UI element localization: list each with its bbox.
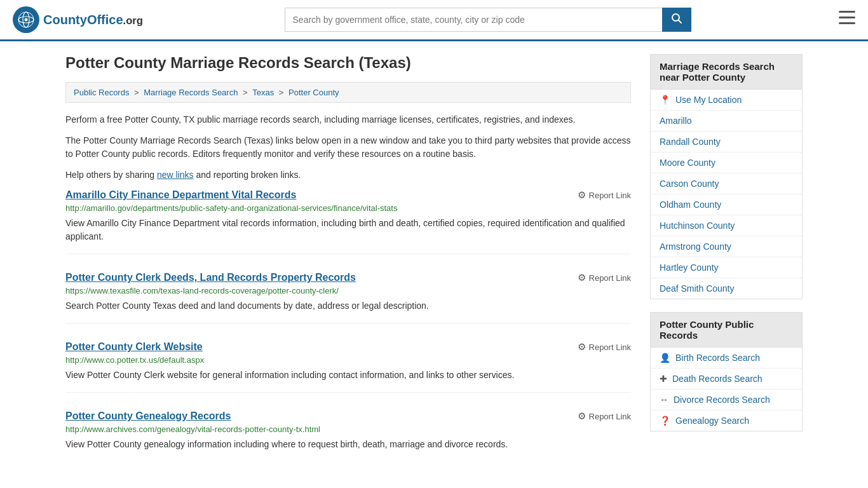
use-location-item[interactable]: 📍 Use My Location [651, 90, 802, 111]
description-3: Help others by sharing new links and rep… [65, 168, 631, 182]
nearby-header: Marriage Records Search near Potter Coun… [650, 54, 803, 90]
result-description: View Potter County genealogy information… [65, 438, 631, 451]
main-container: Potter County Marriage Records Search (T… [53, 41, 815, 488]
result-header: Potter County Clerk Deeds, Land Records … [65, 272, 631, 283]
genealogy-icon: ❓ [660, 416, 670, 426]
logo-text: CountyOffice.org [43, 13, 143, 27]
breadcrumb-potter-county[interactable]: Potter County [288, 88, 339, 97]
public-records-header: Potter County Public Records [650, 312, 803, 348]
result-description: Search Potter County Texas deed and land… [65, 299, 631, 313]
use-location-link[interactable]: Use My Location [675, 95, 742, 105]
oldham-county-link[interactable]: Oldham County [660, 200, 721, 210]
genealogy-search-item[interactable]: ❓ Genealogy Search [651, 410, 802, 431]
nearby-item-carson[interactable]: Carson County [651, 173, 802, 194]
public-records-section: Potter County Public Records 👤 Birth Rec… [650, 312, 803, 431]
breadcrumb-marriage-records[interactable]: Marriage Records Search [144, 88, 238, 97]
menu-button[interactable] [839, 11, 855, 29]
result-title[interactable]: Potter County Clerk Website [65, 341, 203, 353]
search-button[interactable] [662, 8, 691, 32]
nearby-item-armstrong[interactable]: Armstrong County [651, 236, 802, 257]
report-link-icon: ⚙ [578, 341, 586, 353]
nearby-item-moore[interactable]: Moore County [651, 152, 802, 173]
birth-records-item[interactable]: 👤 Birth Records Search [651, 348, 802, 369]
death-records-item[interactable]: ✚ Death Records Search [651, 369, 802, 390]
genealogy-search-link[interactable]: Genealogy Search [675, 416, 749, 426]
site-header: CountyOffice.org [0, 0, 868, 41]
public-records-list: 👤 Birth Records Search ✚ Death Records S… [650, 348, 803, 431]
hamburger-icon [839, 11, 855, 25]
description-1: Perform a free Potter County, TX public … [65, 113, 631, 126]
hutchinson-county-link[interactable]: Hutchinson County [660, 220, 735, 231]
svg-rect-7 [839, 17, 855, 18]
search-input[interactable] [285, 8, 662, 32]
death-records-icon: ✚ [660, 374, 667, 384]
armstrong-county-link[interactable]: Armstrong County [660, 241, 731, 252]
result-item: Potter County Clerk Deeds, Land Records … [65, 272, 631, 323]
svg-rect-6 [839, 11, 855, 13]
result-item: Potter County Genealogy Records ⚙ Report… [65, 410, 631, 461]
result-item: Potter County Clerk Website ⚙ Report Lin… [65, 341, 631, 393]
result-url[interactable]: http://amarillo.gov/departments/public-s… [65, 203, 631, 213]
amarillo-link[interactable]: Amarillo [660, 116, 692, 126]
hartley-county-link[interactable]: Hartley County [660, 262, 719, 273]
main-content: Potter County Marriage Records Search (T… [65, 54, 631, 479]
result-description: View Potter County Clerk website for gen… [65, 369, 631, 382]
birth-records-link[interactable]: Birth Records Search [675, 353, 760, 363]
birth-records-icon: 👤 [660, 353, 670, 363]
report-link-icon: ⚙ [578, 189, 586, 201]
result-title[interactable]: Potter County Genealogy Records [65, 410, 231, 422]
breadcrumb: Public Records > Marriage Records Search… [65, 82, 631, 103]
divorce-records-link[interactable]: Divorce Records Search [674, 395, 770, 405]
result-item: Amarillo City Finance Department Vital R… [65, 189, 631, 254]
result-url[interactable]: https://www.texasfile.com/texas-land-rec… [65, 286, 631, 295]
search-bar [285, 8, 691, 32]
nearby-item-oldham[interactable]: Oldham County [651, 194, 802, 215]
logo-icon [13, 6, 39, 33]
report-link-icon: ⚙ [578, 272, 586, 283]
randall-county-link[interactable]: Randall County [660, 137, 721, 147]
result-url[interactable]: http://www.co.potter.tx.us/default.aspx [65, 355, 631, 365]
report-link-button[interactable]: ⚙ Report Link [578, 189, 631, 201]
new-links-link[interactable]: new links [157, 170, 194, 180]
result-title[interactable]: Potter County Clerk Deeds, Land Records … [65, 272, 356, 283]
nearby-list: 📍 Use My Location Amarillo Randall Count… [650, 90, 803, 299]
carson-county-link[interactable]: Carson County [660, 179, 719, 189]
location-pin-icon: 📍 [660, 95, 670, 105]
nearby-section: Marriage Records Search near Potter Coun… [650, 54, 803, 299]
nearby-item-hutchinson[interactable]: Hutchinson County [651, 215, 802, 236]
breadcrumb-texas[interactable]: Texas [252, 88, 274, 97]
nearby-item-deafsmith[interactable]: Deaf Smith County [651, 278, 802, 299]
logo[interactable]: CountyOffice.org [13, 6, 143, 33]
breadcrumb-public-records[interactable]: Public Records [74, 88, 129, 97]
result-url[interactable]: http://www.archives.com/genealogy/vital-… [65, 424, 631, 434]
svg-rect-8 [839, 22, 855, 24]
result-header: Potter County Clerk Website ⚙ Report Lin… [65, 341, 631, 353]
nearby-item-amarillo[interactable]: Amarillo [651, 111, 802, 132]
svg-line-5 [678, 20, 681, 24]
page-title: Potter County Marriage Records Search (T… [65, 54, 631, 72]
result-title[interactable]: Amarillo City Finance Department Vital R… [65, 189, 296, 201]
result-header: Amarillo City Finance Department Vital R… [65, 189, 631, 201]
report-link-button[interactable]: ⚙ Report Link [578, 410, 631, 422]
svg-point-3 [25, 18, 28, 22]
search-icon [671, 13, 682, 24]
report-link-button[interactable]: ⚙ Report Link [578, 272, 631, 283]
nearby-item-randall[interactable]: Randall County [651, 132, 802, 152]
report-link-icon: ⚙ [578, 410, 586, 422]
description-2: The Potter County Marriage Records Searc… [65, 134, 631, 161]
moore-county-link[interactable]: Moore County [660, 158, 715, 168]
sidebar: Marriage Records Search near Potter Coun… [650, 54, 803, 479]
result-description: View Amarillo City Finance Department vi… [65, 217, 631, 243]
result-header: Potter County Genealogy Records ⚙ Report… [65, 410, 631, 422]
divorce-records-item[interactable]: ↔ Divorce Records Search [651, 390, 802, 410]
divorce-records-icon: ↔ [660, 395, 668, 405]
death-records-link[interactable]: Death Records Search [672, 374, 763, 384]
report-link-button[interactable]: ⚙ Report Link [578, 341, 631, 353]
deaf-smith-county-link[interactable]: Deaf Smith County [660, 283, 735, 294]
nearby-item-hartley[interactable]: Hartley County [651, 257, 802, 278]
